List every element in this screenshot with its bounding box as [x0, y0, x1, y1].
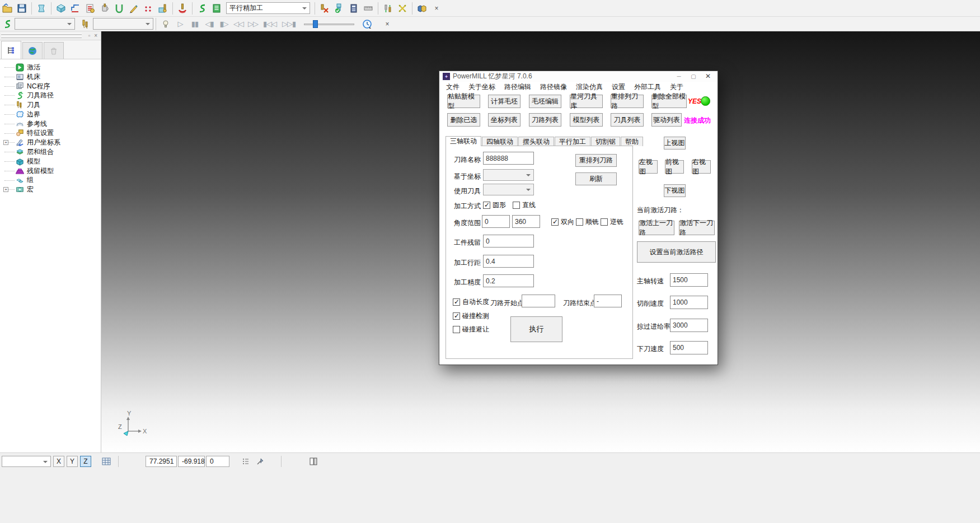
menu-external-tools[interactable]: 外部工具	[634, 82, 661, 92]
skip-to-end-icon[interactable]: ▷▷▮	[279, 17, 298, 31]
menu-path-mirror[interactable]: 路径镜像	[540, 82, 567, 92]
pm-toolpath-icon[interactable]	[195, 2, 209, 15]
coord-list-button[interactable]: 坐标列表	[488, 113, 521, 127]
skim-feed-input[interactable]: 3000	[670, 319, 708, 332]
set-active-path-button[interactable]: 设置当前激活路径	[637, 241, 716, 263]
transform-icon[interactable]	[395, 2, 410, 15]
feed-rate-icon[interactable]	[83, 2, 97, 15]
stepover-input[interactable]: 0.4	[483, 255, 534, 268]
toolbar-close-icon[interactable]: ×	[429, 2, 444, 15]
conventional-mill-checkbox[interactable]: 逆铣	[601, 217, 623, 227]
view-bottom-button[interactable]: 下视图	[664, 184, 686, 197]
minimize-button[interactable]: ─	[672, 71, 686, 81]
auto-length-checkbox[interactable]: 自动长度	[453, 297, 489, 307]
verify-tool-icon[interactable]	[332, 2, 346, 15]
tool-holder-icon[interactable]	[97, 2, 112, 15]
mode-circle-checkbox[interactable]: 圆形	[483, 200, 506, 210]
prev-toolpath-button[interactable]: 激活上一刀路	[639, 221, 674, 235]
slider-handle[interactable]	[313, 20, 318, 28]
end-point-input[interactable]: -	[594, 295, 622, 307]
execute-button[interactable]: 执行	[510, 316, 562, 342]
expand-icon[interactable]: +	[3, 140, 8, 145]
tool-list-button[interactable]: 刀具列表	[611, 113, 644, 127]
coord-y-field[interactable]: -69.918	[178, 456, 205, 467]
measure-icon[interactable]	[361, 2, 376, 15]
axis-y-button[interactable]: Y	[67, 456, 78, 467]
dialog-titlebar[interactable]: ✦ PowerMILL 忆梦星河 7.0.6 ─ ▢ ✕	[439, 71, 718, 82]
swap-tool-icon[interactable]	[381, 2, 395, 15]
cutting-feed-input[interactable]: 1000	[670, 296, 708, 309]
lightbulb-icon[interactable]	[158, 17, 173, 31]
tab-3axis[interactable]: 三轴联动	[446, 136, 481, 146]
toolpath-name-input[interactable]: 888888	[483, 152, 534, 165]
delete-selected-button[interactable]: 删除已选	[447, 113, 480, 127]
sim-close-icon[interactable]: ×	[380, 17, 395, 31]
snap-icon[interactable]	[253, 455, 268, 468]
panel-grip[interactable]: ▫ ×	[0, 31, 101, 40]
paste-model-button[interactable]: 粘贴新模型	[447, 95, 480, 108]
menu-path-edit[interactable]: 路径编辑	[504, 82, 531, 92]
menu-settings[interactable]: 设置	[612, 82, 625, 92]
stock-edit-button[interactable]: 毛坯编辑	[529, 95, 561, 108]
tree-item-tools[interactable]: 刀具	[3, 100, 101, 110]
tree-item-patterns[interactable]: 参考线	[3, 119, 101, 129]
tolerance-input[interactable]: 0.2	[483, 274, 534, 287]
pause-icon[interactable]: ▮▮	[187, 17, 202, 31]
tree-item-feature-sets[interactable]: 特征设置	[3, 129, 101, 138]
sim-toolpath-combo[interactable]	[15, 18, 75, 30]
clock-icon[interactable]	[360, 17, 374, 31]
step-forward-icon[interactable]: ▮▷	[217, 17, 231, 31]
tree-item-workplanes[interactable]: +用户坐标系	[3, 138, 101, 147]
coord-x-field[interactable]: 77.2951	[146, 456, 177, 467]
tree-item-models[interactable]: 模型	[3, 157, 101, 166]
drive-list-button[interactable]: 驱动列表	[651, 113, 682, 127]
sim-tool-combo[interactable]	[93, 18, 153, 30]
tree-item-toolpaths[interactable]: 刀具路径	[3, 91, 101, 100]
axis-x-button[interactable]: X	[53, 456, 64, 467]
panel-mini-buttons[interactable]: ▫ ×	[88, 32, 99, 39]
menu-file[interactable]: 文件	[446, 82, 459, 92]
tree-item-levels[interactable]: 层和组合	[3, 147, 101, 157]
view-top-button[interactable]: 上视图	[664, 137, 686, 150]
menu-about[interactable]: 关于	[670, 82, 683, 92]
model-list-button[interactable]: 模型列表	[570, 113, 603, 127]
recycle-bin-icon[interactable]	[44, 42, 64, 59]
tree-item-groups[interactable]: 组	[3, 176, 101, 185]
rearrange-button[interactable]: 重排列刀路	[575, 154, 617, 167]
world-icon[interactable]	[22, 42, 43, 59]
close-button[interactable]: ✕	[701, 71, 715, 81]
fast-forward-icon[interactable]: ▷▷	[246, 17, 260, 31]
tree-item-activate[interactable]: 激活	[3, 63, 101, 72]
tab-tilt-head[interactable]: 摆头联动	[518, 137, 554, 146]
tree-item-macros[interactable]: +宏	[3, 185, 101, 194]
save-icon[interactable]	[15, 2, 29, 15]
toolpath-list-button[interactable]: 刀路列表	[529, 113, 561, 127]
tree-item-stock-models[interactable]: 残留模型	[3, 166, 101, 176]
compute-stock-button[interactable]: 计算毛坯	[488, 95, 521, 108]
maximize-button[interactable]: ▢	[686, 71, 701, 81]
model-viewer-icon[interactable]	[34, 2, 49, 15]
skip-to-start-icon[interactable]: ▮◁◁	[260, 17, 279, 31]
menu-coords[interactable]: 关于坐标	[468, 82, 495, 92]
coord-z-field[interactable]: 0	[206, 456, 229, 467]
speed-slider[interactable]	[304, 19, 354, 29]
compare-models-icon[interactable]	[415, 2, 429, 15]
bidirectional-checkbox[interactable]: 双向	[551, 217, 574, 227]
start-point-input[interactable]	[522, 295, 555, 307]
axis-z-button[interactable]: Z	[80, 456, 91, 467]
delete-all-models-button[interactable]: 删除全部模型	[651, 95, 687, 108]
open-file-icon[interactable]	[0, 2, 15, 15]
strategy-form-icon[interactable]	[209, 2, 224, 15]
tree-item-boundaries[interactable]: 边界	[3, 110, 101, 119]
statusbar-combo[interactable]	[2, 456, 51, 467]
tree-item-machine[interactable]: 机床	[3, 72, 101, 82]
tab-parallel[interactable]: 平行加工	[555, 137, 590, 146]
tab-saw[interactable]: 切割锯	[591, 137, 620, 146]
delete-tool-icon[interactable]	[317, 2, 332, 15]
clamp-icon[interactable]	[112, 2, 126, 15]
menu-render-sim[interactable]: 渲染仿真	[576, 82, 603, 92]
tool-block-icon[interactable]	[156, 2, 170, 15]
collision-avoid-checkbox[interactable]: 碰撞避让	[453, 325, 489, 334]
explorer-tree-icon[interactable]	[1, 41, 21, 59]
tab-4axis[interactable]: 四轴联动	[482, 137, 518, 146]
